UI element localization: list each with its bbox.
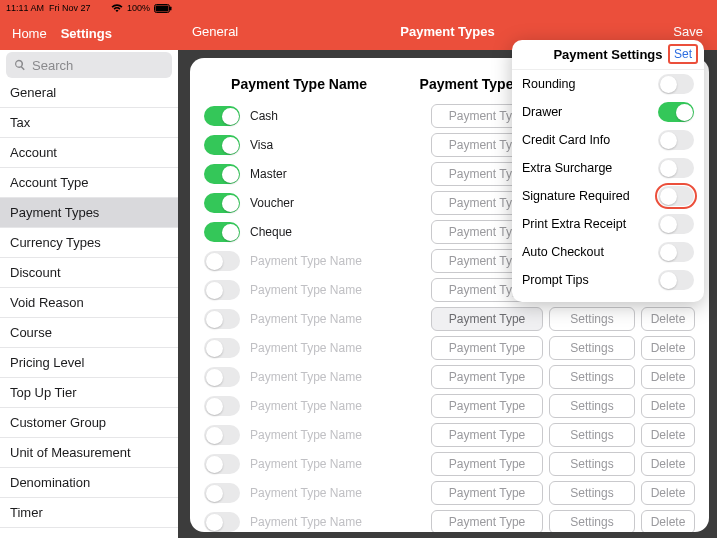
row-name[interactable]: Payment Type Name — [250, 283, 394, 297]
row-toggle[interactable] — [204, 164, 240, 184]
row-toggle[interactable] — [204, 512, 240, 532]
option-label: Credit Card Info — [522, 133, 610, 147]
option-toggle[interactable] — [658, 270, 694, 290]
option-toggle[interactable] — [658, 74, 694, 94]
settings-button[interactable]: Settings — [549, 510, 635, 532]
settings-button[interactable]: Settings — [549, 452, 635, 476]
popover-option-rounding: Rounding — [512, 70, 704, 98]
row-toggle[interactable] — [204, 251, 240, 271]
payment-type-button[interactable]: Payment Type — [431, 510, 543, 532]
table-row: Payment Type NamePayment TypeSettingsDel… — [204, 334, 695, 362]
row-toggle[interactable] — [204, 106, 240, 126]
settings-button[interactable]: Settings — [549, 365, 635, 389]
row-name[interactable]: Master — [250, 167, 394, 181]
option-toggle[interactable] — [658, 214, 694, 234]
sidebar-item-account-type[interactable]: Account Type — [0, 168, 178, 198]
popover-header: Payment Settings Set — [512, 40, 704, 70]
sidebar-item-payment-types[interactable]: Payment Types — [0, 198, 178, 228]
payment-type-button[interactable]: Payment Type — [431, 452, 543, 476]
row-name[interactable]: Payment Type Name — [250, 428, 394, 442]
row-name[interactable]: Voucher — [250, 196, 394, 210]
sidebar-item-timer[interactable]: Timer — [0, 498, 178, 528]
row-name[interactable]: Payment Type Name — [250, 312, 394, 326]
option-toggle[interactable] — [658, 102, 694, 122]
option-label: Extra Surcharge — [522, 161, 612, 175]
row-toggle[interactable] — [204, 309, 240, 329]
search-input[interactable]: Search — [6, 52, 172, 78]
popover-option-prompt-tips: Prompt Tips — [512, 266, 704, 294]
payment-type-button[interactable]: Payment Type — [431, 481, 543, 505]
row-toggle[interactable] — [204, 396, 240, 416]
row-toggle[interactable] — [204, 222, 240, 242]
popover-set-button[interactable]: Set — [668, 44, 698, 64]
popover-option-auto-checkout: Auto Checkout — [512, 238, 704, 266]
sidebar-item-customer-group[interactable]: Customer Group — [0, 408, 178, 438]
row-name[interactable]: Payment Type Name — [250, 515, 394, 529]
option-toggle[interactable] — [658, 130, 694, 150]
table-row: Payment Type NamePayment TypeSettingsDel… — [204, 363, 695, 391]
row-name[interactable]: Cheque — [250, 225, 394, 239]
delete-button[interactable]: Delete — [641, 365, 695, 389]
sidebar-item-tax[interactable]: Tax — [0, 108, 178, 138]
payment-type-button[interactable]: Payment Type — [431, 423, 543, 447]
row-toggle[interactable] — [204, 454, 240, 474]
popover-option-print-extra-receipt: Print Extra Receipt — [512, 210, 704, 238]
row-toggle[interactable] — [204, 483, 240, 503]
row-name[interactable]: Visa — [250, 138, 394, 152]
row-toggle[interactable] — [204, 193, 240, 213]
save-button[interactable]: Save — [673, 24, 703, 39]
row-name[interactable]: Payment Type Name — [250, 457, 394, 471]
delete-button[interactable]: Delete — [641, 423, 695, 447]
row-toggle[interactable] — [204, 338, 240, 358]
row-name[interactable]: Payment Type Name — [250, 486, 394, 500]
delete-button[interactable]: Delete — [641, 336, 695, 360]
option-toggle[interactable] — [658, 158, 694, 178]
payment-type-button[interactable]: Payment Type — [431, 307, 543, 331]
row-name[interactable]: Payment Type Name — [250, 341, 394, 355]
delete-button[interactable]: Delete — [641, 307, 695, 331]
popover-option-signature-required: Signature Required — [512, 182, 704, 210]
sidebar-item-top-up-tier[interactable]: Top Up Tier — [0, 378, 178, 408]
home-link[interactable]: Home — [12, 26, 47, 41]
delete-button[interactable]: Delete — [641, 481, 695, 505]
tab-general[interactable]: General — [192, 24, 238, 39]
settings-button[interactable]: Settings — [549, 394, 635, 418]
settings-button[interactable]: Settings — [549, 423, 635, 447]
sidebar-item-unit-of-measurement[interactable]: Unit of Measurement — [0, 438, 178, 468]
option-label: Drawer — [522, 105, 562, 119]
option-toggle[interactable] — [658, 186, 694, 206]
payment-type-button[interactable]: Payment Type — [431, 336, 543, 360]
svg-rect-1 — [156, 5, 169, 11]
sidebar-item-discount[interactable]: Discount — [0, 258, 178, 288]
sidebar-item-currency-types[interactable]: Currency Types — [0, 228, 178, 258]
row-name[interactable]: Payment Type Name — [250, 370, 394, 384]
delete-button[interactable]: Delete — [641, 452, 695, 476]
settings-button[interactable]: Settings — [549, 307, 635, 331]
settings-link[interactable]: Settings — [61, 26, 112, 41]
option-label: Rounding — [522, 77, 576, 91]
search-icon — [14, 59, 26, 71]
payment-type-button[interactable]: Payment Type — [431, 394, 543, 418]
page-title: Payment Types — [400, 24, 494, 39]
settings-button[interactable]: Settings — [549, 336, 635, 360]
row-toggle[interactable] — [204, 135, 240, 155]
delete-button[interactable]: Delete — [641, 394, 695, 418]
sidebar-item-denomination[interactable]: Denomination — [0, 468, 178, 498]
row-name[interactable]: Cash — [250, 109, 394, 123]
row-name[interactable]: Payment Type Name — [250, 254, 394, 268]
delete-button[interactable]: Delete — [641, 510, 695, 532]
option-label: Prompt Tips — [522, 273, 589, 287]
option-toggle[interactable] — [658, 242, 694, 262]
sidebar-item-general[interactable]: General — [0, 78, 178, 108]
row-toggle[interactable] — [204, 367, 240, 387]
sidebar-item-account[interactable]: Account — [0, 138, 178, 168]
option-label: Print Extra Receipt — [522, 217, 626, 231]
sidebar-item-pricing-level[interactable]: Pricing Level — [0, 348, 178, 378]
payment-type-button[interactable]: Payment Type — [431, 365, 543, 389]
row-name[interactable]: Payment Type Name — [250, 399, 394, 413]
settings-button[interactable]: Settings — [549, 481, 635, 505]
row-toggle[interactable] — [204, 425, 240, 445]
row-toggle[interactable] — [204, 280, 240, 300]
sidebar-item-void-reason[interactable]: Void Reason — [0, 288, 178, 318]
sidebar-item-course[interactable]: Course — [0, 318, 178, 348]
